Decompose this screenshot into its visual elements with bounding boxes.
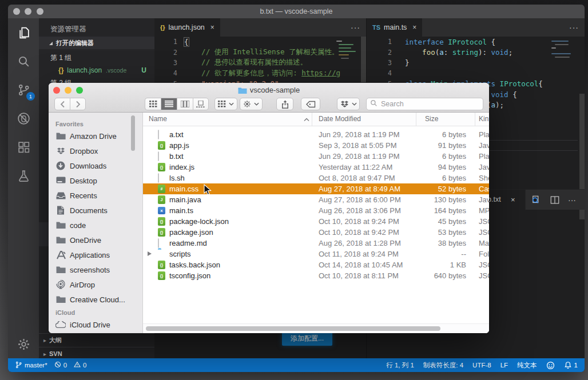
file-row-main-ts[interactable]: xmain.tsAug 26, 2018 at 3:06 PM164 bytes… [143,205,489,216]
file-row-main-css[interactable]: #main.cssAug 27, 2018 at 8:49 AM52 bytes… [143,183,489,194]
file-row-scripts[interactable]: scriptsOct 11, 2018 at 9:24 PM--Fol [143,249,489,259]
file-row-tsconfig-json[interactable]: {}tsconfig.jsonOct 10, 2018 at 8:11 PM64… [143,270,489,281]
back-button[interactable] [54,98,70,110]
sidebar-item-amazon-drive[interactable]: Amazon Drive [49,129,142,143]
column-header-name[interactable]: Name [149,113,167,125]
svn-section[interactable]: ▸SVN [39,347,154,358]
close-tab-icon[interactable]: × [511,190,515,210]
file-row-b-txt[interactable]: b.txtJun 29, 2018 at 1:19 PM6 bytesPlai [143,151,489,162]
sidebar-item-applications[interactable]: Applications [49,247,142,262]
status-item-0[interactable]: 行 1, 列 1 [386,361,414,370]
search-input[interactable] [380,99,479,109]
column-header-size[interactable]: Size [425,113,438,125]
column-header-date-modified[interactable]: Date Modified [319,113,361,125]
finder-titlebar[interactable]: vscode-sample [49,83,489,113]
documents-icon [55,205,66,215]
more-actions-icon[interactable]: ··· [351,23,366,32]
file-row-index-js[interactable]: {}index.jsYesterday at 11:22 AM94 bytesJ… [143,162,489,173]
minimize-window-icon[interactable] [25,8,31,15]
sidebar-item-icloud-drive[interactable]: iCloud Drive [49,317,142,332]
tab-launch-json[interactable]: {} launch.json × [154,18,220,37]
sidebar-item-creative-cloud-[interactable]: Creative Cloud... [49,292,142,307]
file-row-package-json[interactable]: {}package.jsonOct 10, 2018 at 9:42 PM53 … [143,227,489,238]
status-item-3[interactable]: LF [500,362,508,369]
feedback-smiley-icon[interactable] [546,361,555,370]
sidebar-item-documents[interactable]: Documents [49,203,142,218]
close-tab-icon[interactable]: × [210,23,214,31]
tab-main-ts[interactable]: TS main.ts × [367,18,422,37]
file-row-main-java[interactable]: Jmain.javaAug 27, 2018 at 6:00 PM130 byt… [143,194,489,205]
folder-icon [55,131,66,141]
file-row-readme-md[interactable]: readme.mdAug 26, 2018 at 1:28 PM38 bytes… [143,238,489,249]
more-actions-icon[interactable]: ··· [569,23,585,32]
outline-section[interactable]: ▸大纲 [39,333,154,347]
open-preview-icon[interactable] [531,195,541,205]
tag-button[interactable] [301,98,320,110]
sidebar-scrollbar[interactable] [131,115,135,151]
group-by-dropdown[interactable] [214,98,237,110]
file-icon-md [158,238,159,248]
errors-icon [54,361,61,369]
file-row-package-lock-json[interactable]: {}package-lock.jsonOct 10, 2018 at 9:24 … [143,216,489,227]
activity-files-icon[interactable] [8,18,39,47]
file-row-ls-sh[interactable]: ls.shOct 8, 2018 at 9:47 PM6 bytesShe [143,173,489,183]
editor-group-1-label: 第 1 组 [39,51,154,64]
file-icon-json: {} [158,261,165,269]
code-line: 4 // 欲了解更多信息，请访问: https://g [154,68,366,78]
activity-search-icon[interactable] [8,47,39,75]
git-branch-icon [15,361,22,370]
view-switcher [145,83,209,95]
sidebar-item-onedrive[interactable]: OneDrive [49,233,142,247]
status-item-2[interactable]: UTF-8 [472,362,491,369]
git-branch-status[interactable]: master* [15,361,47,370]
search-field[interactable] [366,98,483,110]
share-button[interactable] [276,98,293,110]
file-icon-java: J [158,195,165,204]
disclosure-triangle-icon[interactable] [148,251,152,256]
horizontal-scrollbar-thumb[interactable] [146,326,440,331]
split-editor-icon[interactable] [550,195,560,205]
sidebar-item-screenshots[interactable]: screenshots [49,262,142,277]
sidebar-item-downloads[interactable]: Downloads [49,158,142,173]
close-window-icon[interactable] [13,8,20,15]
sidebar-item-recents[interactable]: Recents [49,188,142,203]
activity-extensions-icon[interactable] [8,133,39,161]
activity-beaker-icon[interactable] [8,161,39,190]
coverflow-view-icon[interactable] [193,98,209,110]
status-item-4[interactable]: 纯文本 [517,361,537,370]
list-view-icon[interactable] [161,98,177,110]
activity-gear-icon[interactable] [8,330,39,358]
sidebar-item-code[interactable]: code [49,218,142,233]
activity-source-control-icon[interactable]: 1 [8,75,39,104]
open-editors-header[interactable]: 打开的编辑器 [39,37,154,49]
icon-view-icon[interactable] [145,98,161,110]
warnings-status[interactable]: 0 [74,361,86,369]
file-row-tasks-back-json[interactable]: {}tasks.back.jsonOct 14, 2018 at 10:45 A… [143,259,489,270]
errors-status[interactable]: 0 [54,361,67,369]
code-line: 3} [367,58,585,68]
zoom-window-icon[interactable] [37,8,43,15]
sidebar-item-airdrop[interactable]: AirDrop [49,277,142,292]
dropbox-dropdown[interactable] [337,98,360,110]
notifications-bell-icon[interactable]: 1 [564,361,578,369]
forward-button[interactable] [70,98,86,110]
file-row-app-js[interactable]: {}app.jsSep 3, 2018 at 5:05 PM91 bytesJa… [143,140,489,151]
open-editor-item-launch-json[interactable]: {}launch.json.vscodeU [39,64,154,77]
sidebar-section-stub [39,222,49,246]
file-list: Name Date Modified Size Kin a.txtJun 29,… [143,113,489,333]
file-icon-txt [158,151,159,161]
close-tab-icon[interactable]: × [412,23,416,31]
sidebar-item-dropbox[interactable]: Dropbox [49,143,142,158]
file-row-a-txt[interactable]: a.txtJun 29, 2018 at 1:19 PM6 bytesPlai [143,129,489,140]
column-view-icon[interactable] [177,98,193,110]
git-untracked-badge: U [141,64,146,77]
vscode-titlebar[interactable]: b.txt — vscode-sample [8,5,585,18]
more-actions-icon[interactable]: ··· [568,195,578,205]
code-line: 1{ [154,37,366,47]
action-gear-dropdown[interactable] [240,98,263,110]
column-header-kind[interactable]: Kin [479,113,488,125]
sidebar-item-desktop[interactable]: Desktop [49,173,142,188]
activity-debug-disabled-icon[interactable] [8,104,39,133]
status-item-1[interactable]: 制表符长度: 4 [423,361,463,370]
scm-badge: 1 [26,92,35,101]
